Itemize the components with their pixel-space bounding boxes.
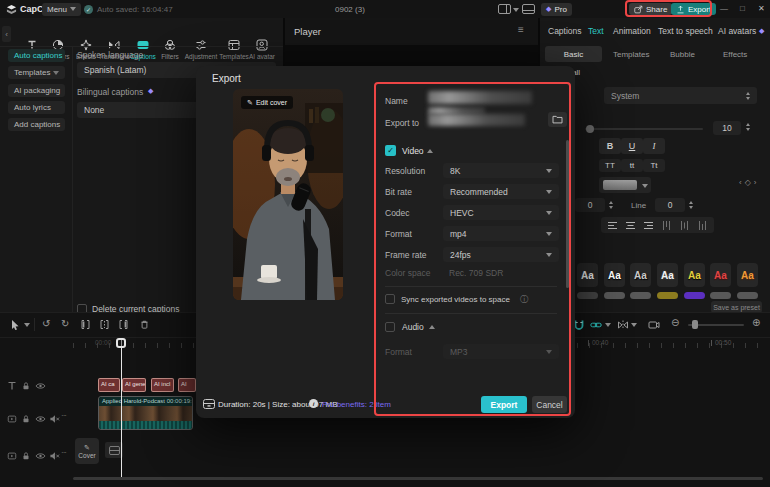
edit-cover-button[interactable]: ✎ Edit cover [241, 96, 293, 109]
playhead-line[interactable] [121, 339, 122, 477]
sidebar-item-auto-lyrics[interactable]: Auto lyrics [8, 101, 65, 114]
font-size-value[interactable]: 10 [713, 121, 741, 135]
split-icon[interactable] [99, 319, 110, 330]
track-more-icon[interactable]: ··· [61, 448, 66, 457]
subtab-effects[interactable]: Effects [723, 50, 747, 59]
line-spacing-stepper[interactable] [689, 201, 693, 209]
sidebar-item-ai-packaging[interactable]: AI packaging [8, 84, 65, 97]
resolution-select[interactable]: 8K [443, 163, 559, 178]
pro-button[interactable]: ◆ Pro [541, 3, 572, 16]
text-preset-4[interactable]: Aa [657, 263, 678, 287]
text-preset-5[interactable]: Aa [684, 263, 705, 287]
tab-captions[interactable]: Captions [548, 26, 582, 36]
eye-icon[interactable] [35, 451, 46, 461]
split-left-icon[interactable] [80, 319, 91, 330]
player-menu-icon[interactable]: ≡ [518, 24, 524, 35]
audio-checkbox[interactable] [385, 322, 395, 332]
minimize-button[interactable]: — [720, 4, 728, 13]
align-left-icon[interactable] [607, 220, 618, 231]
timeline-zoom-handle[interactable] [692, 320, 698, 329]
text-preset-3[interactable]: Aa [630, 263, 651, 287]
lock-icon[interactable] [21, 414, 31, 424]
collapse-audio-icon[interactable] [429, 325, 435, 329]
align-center-icon[interactable] [625, 220, 636, 231]
eye-icon[interactable] [35, 381, 46, 391]
layout-toggle-icon[interactable] [498, 4, 511, 14]
lock-icon[interactable] [21, 451, 31, 461]
lock-icon[interactable] [21, 381, 31, 391]
close-button[interactable]: ✕ [758, 4, 765, 13]
undo-button[interactable]: ↺ [42, 319, 50, 329]
text-preset-6[interactable]: Aa [710, 263, 731, 287]
sidebar-item-templates[interactable]: Templates [8, 66, 65, 79]
framerate-select[interactable]: 24fps [443, 247, 559, 262]
eye-icon[interactable] [35, 414, 46, 424]
text-color-picker[interactable] [599, 177, 651, 193]
video-checkbox[interactable]: ✓ [385, 145, 396, 156]
redo-button[interactable]: ↻ [61, 319, 69, 329]
panel-layout-icon[interactable] [522, 4, 535, 14]
zoom-in-icon[interactable]: ⊕ [752, 318, 760, 328]
sync-to-space-checkbox[interactable] [385, 294, 395, 304]
valign-middle-icon[interactable] [679, 220, 690, 231]
keyframe-control[interactable]: ‹◇› [739, 178, 760, 187]
export-confirm-button[interactable]: Export [481, 396, 527, 413]
caption-clip[interactable]: AI incl [151, 378, 174, 392]
line-spacing-value[interactable]: 0 [655, 198, 685, 212]
color-preset-4[interactable] [657, 292, 678, 299]
color-preset-5[interactable] [684, 292, 705, 299]
format-select[interactable]: mp4 [443, 226, 559, 241]
select-tool-icon[interactable] [9, 319, 21, 331]
tool-ai-avatar[interactable]: AI avatar [246, 39, 278, 64]
export-path-redacted[interactable] [428, 114, 525, 126]
tab-ai-avatars[interactable]: AI avatars [718, 26, 756, 36]
tab-animation[interactable]: Animation [613, 26, 651, 36]
zoom-out-icon[interactable]: ⊖ [671, 318, 679, 328]
font-size-slider[interactable] [585, 128, 703, 130]
maximize-button[interactable]: □ [740, 4, 745, 13]
titlecase-button[interactable]: Tt [643, 159, 665, 172]
tool-filters[interactable]: Filters [154, 39, 186, 64]
tab-text-to-speech[interactable]: Text to speech [658, 26, 713, 36]
keyframe-diamond-icon[interactable]: ◇ [745, 178, 754, 187]
link-caret-icon[interactable] [605, 323, 611, 327]
layout-caret-icon[interactable] [513, 8, 519, 12]
pro-benefits-link[interactable]: Pro benefits: 2 item [322, 400, 391, 409]
tool-adjustment[interactable]: Adjustment [185, 39, 217, 64]
text-preset-2[interactable]: Aa [604, 263, 625, 287]
info-icon[interactable]: ⓘ [520, 294, 528, 305]
mirror-clip-icon[interactable] [617, 319, 629, 331]
subtab-basic[interactable]: Basic [545, 46, 602, 62]
font-size-slider-handle[interactable] [586, 125, 594, 133]
playhead-handle[interactable] [116, 338, 126, 348]
caption-clip[interactable]: AI gene [122, 378, 146, 392]
color-preset-6[interactable] [710, 292, 731, 299]
bitrate-select[interactable]: Recommended [443, 184, 559, 199]
name-value-redacted[interactable] [428, 91, 532, 104]
italic-button[interactable]: I [643, 138, 665, 154]
link-clips-icon[interactable] [590, 319, 602, 331]
collapse-panel-button[interactable]: ‹ [2, 26, 11, 42]
uppercase-button[interactable]: TT [599, 159, 621, 172]
mute-icon[interactable] [49, 451, 60, 461]
caption-clip[interactable]: AI [178, 378, 196, 392]
valign-top-icon[interactable] [661, 220, 672, 231]
render-preview-icon[interactable] [648, 319, 660, 331]
share-button[interactable]: Share [629, 3, 672, 15]
export-button-top[interactable]: Export [671, 3, 716, 15]
color-preset-2[interactable] [604, 292, 625, 299]
collapse-video-icon[interactable] [427, 149, 433, 153]
split-right-icon[interactable] [118, 319, 129, 330]
align-right-icon[interactable] [643, 220, 654, 231]
track-more-icon[interactable]: ··· [61, 411, 66, 420]
sidebar-item-auto-captions[interactable]: Auto captions [8, 49, 65, 62]
color-preset-7[interactable] [737, 292, 758, 299]
color-preset-3[interactable] [630, 292, 651, 299]
text-preset-1[interactable]: Aa [577, 263, 598, 287]
select-tool-caret-icon[interactable] [24, 323, 30, 327]
menu-button[interactable]: Menu [42, 3, 81, 16]
subtab-bubble[interactable]: Bubble [670, 50, 695, 59]
valign-bottom-icon[interactable] [697, 220, 708, 231]
delete-icon[interactable] [139, 319, 150, 330]
font-size-stepper[interactable] [746, 123, 750, 131]
